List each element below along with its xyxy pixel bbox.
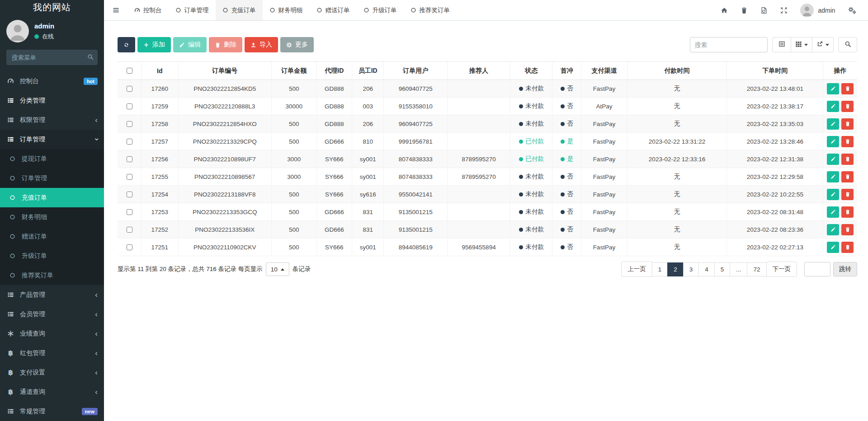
sidebar-item-performance[interactable]: 业绩查询‹ xyxy=(0,324,104,343)
page-button-ellipsis[interactable]: ... xyxy=(730,262,747,276)
edit-row-button[interactable] xyxy=(827,224,839,235)
columns-button[interactable] xyxy=(791,37,812,52)
edit-row-button[interactable] xyxy=(827,242,839,253)
row-checkbox[interactable] xyxy=(127,174,132,180)
sidebar-subitem-finance-detail[interactable]: 财务明细 xyxy=(0,207,104,227)
tab-console[interactable]: 控制台 xyxy=(127,0,169,20)
sidebar-item-console[interactable]: 控制台hot xyxy=(0,71,104,91)
sidebar-subitem-recharge-orders[interactable]: 充值订单 xyxy=(0,188,104,207)
detail-view-button[interactable] xyxy=(772,37,791,52)
user-status[interactable]: 在线 xyxy=(34,33,54,41)
pencil-icon xyxy=(830,244,836,250)
add-button[interactable]: 添加 xyxy=(137,37,171,52)
row-checkbox[interactable] xyxy=(127,139,132,145)
page-button-5[interactable]: 5 xyxy=(714,262,731,276)
row-checkbox[interactable] xyxy=(127,209,132,215)
expand-icon[interactable] xyxy=(780,7,788,14)
tab-referral-orders[interactable]: 推荐奖订单 xyxy=(404,0,457,20)
status-dot xyxy=(519,192,523,196)
sidebar-item-payment-settings[interactable]: ฿支付设置‹ xyxy=(0,363,104,382)
select-all-checkbox[interactable] xyxy=(127,68,132,74)
edit-row-button[interactable] xyxy=(827,171,839,182)
row-checkbox[interactable] xyxy=(127,103,132,109)
page-size-dropdown[interactable]: 10 xyxy=(266,262,289,276)
sidebar-item-general[interactable]: 常规管理new xyxy=(0,402,104,421)
cell-status: 已付款 xyxy=(510,133,552,150)
tab-gift-orders[interactable]: 赠送订单 xyxy=(310,0,357,20)
edit-row-button[interactable] xyxy=(827,118,839,130)
edit-row-button[interactable] xyxy=(827,154,839,165)
sidebar-subitem-withdraw-orders[interactable]: 提现订单 xyxy=(0,149,104,168)
search-button[interactable] xyxy=(838,37,857,52)
delete-row-button[interactable] xyxy=(841,171,854,182)
tab-order-mgmt[interactable]: 订单管理 xyxy=(169,0,216,20)
edit-row-button[interactable] xyxy=(827,136,839,147)
more-button[interactable]: 更多 xyxy=(280,37,314,52)
sidebar-item-order-mgmt[interactable]: 订单管理‹ xyxy=(0,130,104,149)
page-button-3[interactable]: 3 xyxy=(683,262,699,276)
sidebar-subitem-upgrade-orders[interactable]: 升级订单 xyxy=(0,246,104,266)
edit-row-button[interactable] xyxy=(827,206,839,218)
edit-row-button[interactable] xyxy=(827,83,839,94)
gears-icon[interactable] xyxy=(848,7,856,14)
tab-recharge-orders[interactable]: 充值订单 xyxy=(216,0,263,20)
page-button-1[interactable]: 1 xyxy=(652,262,668,276)
page-jump-button[interactable]: 跳转 xyxy=(833,262,857,276)
sidebar-item-channel-query[interactable]: ฿通道查询‹ xyxy=(0,382,104,402)
export-button[interactable] xyxy=(812,37,834,52)
sidebar-item-member[interactable]: 会员管理‹ xyxy=(0,304,104,324)
more-button-label: 更多 xyxy=(295,41,308,49)
trash-icon[interactable] xyxy=(741,7,748,14)
sidebar-subitem-gift-orders[interactable]: 赠送订单 xyxy=(0,227,104,246)
sidebar-item-category[interactable]: 分类管理 xyxy=(0,91,104,110)
cell-amount: 500 xyxy=(271,203,316,221)
sidebar-item-product[interactable]: 产品管理‹ xyxy=(0,285,104,304)
row-checkbox[interactable] xyxy=(127,156,132,162)
sidebar-toggle-button[interactable] xyxy=(104,0,127,20)
sidebar-item-redpacket[interactable]: ฿红包管理‹ xyxy=(0,343,104,363)
delete-button[interactable]: 删除 xyxy=(209,37,242,52)
delete-row-button[interactable] xyxy=(841,224,854,235)
delete-row-button[interactable] xyxy=(841,136,854,147)
dashboard-icon xyxy=(134,7,140,13)
row-checkbox[interactable] xyxy=(127,244,132,250)
file-refresh-icon[interactable] xyxy=(760,7,768,14)
edit-row-button[interactable] xyxy=(827,101,839,112)
cell-amount: 500 xyxy=(271,80,316,98)
home-icon[interactable] xyxy=(721,7,728,14)
user-avatar xyxy=(6,20,29,42)
row-checkbox[interactable] xyxy=(127,227,132,233)
tab-finance-detail[interactable]: 财务明细 xyxy=(263,0,310,20)
row-checkbox[interactable] xyxy=(127,192,132,197)
delete-row-button[interactable] xyxy=(841,206,854,218)
sidebar-item-permission[interactable]: 权限管理‹ xyxy=(0,110,104,130)
page-button-72[interactable]: 72 xyxy=(747,262,766,276)
delete-row-button[interactable] xyxy=(841,118,854,130)
table-search-input[interactable] xyxy=(690,37,768,52)
search-icon[interactable] xyxy=(87,54,94,61)
delete-row-button[interactable] xyxy=(841,154,854,165)
navbar-user-menu[interactable]: admin xyxy=(800,4,835,17)
page-jump-input[interactable] xyxy=(804,262,830,276)
refresh-button[interactable] xyxy=(118,37,135,52)
delete-row-button[interactable] xyxy=(841,242,854,253)
delete-row-button[interactable] xyxy=(841,101,854,112)
delete-button-label: 删除 xyxy=(224,41,236,49)
edit-button[interactable]: 编辑 xyxy=(173,37,207,52)
delete-row-button[interactable] xyxy=(841,189,854,200)
sidebar-search-input[interactable] xyxy=(6,50,98,65)
delete-row-button[interactable] xyxy=(841,83,854,94)
page-button-2[interactable]: 2 xyxy=(667,262,684,276)
status-label: 已付款 xyxy=(526,137,544,145)
edit-row-button[interactable] xyxy=(827,189,839,200)
import-button[interactable]: 导入 xyxy=(245,37,278,52)
row-checkbox[interactable] xyxy=(127,86,132,92)
page-button-prev[interactable]: 上一页 xyxy=(621,262,652,277)
tab-upgrade-orders[interactable]: 升级订单 xyxy=(357,0,404,20)
page-button-4[interactable]: 4 xyxy=(698,262,715,276)
sidebar-subitem-order-list[interactable]: 订单管理 xyxy=(0,168,104,188)
trash-icon xyxy=(845,192,850,197)
sidebar-subitem-referral-orders[interactable]: 推荐奖订单 xyxy=(0,266,104,285)
page-button-next[interactable]: 下一页 xyxy=(766,262,797,277)
row-checkbox[interactable] xyxy=(127,121,132,127)
